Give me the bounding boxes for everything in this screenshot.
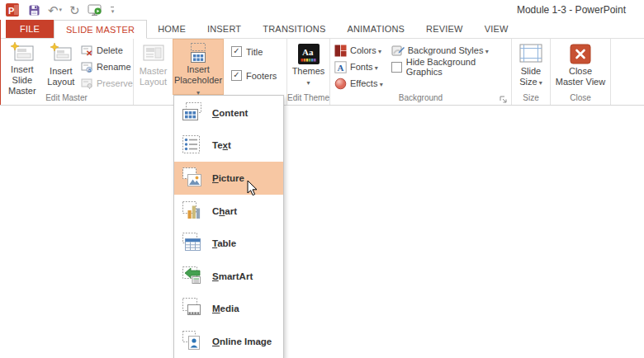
chart-icon bbox=[180, 199, 205, 224]
group-size: Slide Size Size bbox=[512, 39, 551, 105]
menu-item-content[interactable]: Content bbox=[174, 97, 283, 130]
undo-icon: ↶ bbox=[48, 4, 59, 16]
preserve-icon bbox=[81, 78, 93, 89]
group-edit-master: Insert Slide Master Insert Layout ✕ Dele… bbox=[0, 39, 134, 105]
ribbon-empty-space bbox=[611, 39, 644, 105]
menu-item-label: SmartArt bbox=[212, 271, 253, 281]
svg-text:A: A bbox=[338, 62, 344, 72]
themes-icon: Aa bbox=[297, 41, 320, 66]
customize-caret-icon: ▾ bbox=[111, 8, 115, 14]
menu-item-label: Table bbox=[212, 238, 236, 248]
group-close: Close Master View Close bbox=[551, 39, 611, 105]
undo-caret-icon: ▾ bbox=[59, 7, 63, 13]
group-label-close: Close bbox=[551, 93, 610, 105]
picture-icon bbox=[180, 166, 205, 191]
delete-button[interactable]: ✕ Delete bbox=[81, 42, 133, 59]
group-label-edit-theme: Edit Theme bbox=[287, 93, 329, 105]
customize-quick-access-button[interactable]: ▾ bbox=[111, 2, 115, 18]
menu-item-text[interactable]: Text bbox=[174, 130, 283, 163]
smartart-icon bbox=[180, 264, 205, 289]
ribbon: Insert Slide Master Insert Layout ✕ Dele… bbox=[0, 39, 644, 106]
menu-item-label: Chart bbox=[212, 206, 237, 216]
preserve-button[interactable]: Preserve bbox=[81, 75, 133, 92]
slide-master-canvas bbox=[0, 106, 644, 358]
colors-icon bbox=[334, 45, 347, 57]
title-checkbox[interactable]: ✓ Title bbox=[231, 46, 277, 57]
effects-button[interactable]: Effects bbox=[334, 75, 383, 92]
insert-layout-icon bbox=[50, 41, 73, 66]
group-edit-theme: Aa Themes Edit Theme bbox=[287, 39, 330, 105]
tab-home[interactable]: HOME bbox=[147, 20, 197, 38]
footers-checkbox[interactable]: ✓ Footers bbox=[231, 70, 277, 81]
hide-background-graphics-checkbox[interactable]: Hide Background Graphics bbox=[391, 59, 511, 75]
insert-placeholder-menu: Content Text Picture Chart Table bbox=[173, 95, 284, 358]
menu-item-online-image[interactable]: Online Image bbox=[174, 325, 283, 358]
colors-button[interactable]: Colors bbox=[334, 42, 383, 59]
footers-checkbox-box: ✓ bbox=[231, 70, 242, 81]
master-layout-icon bbox=[142, 41, 165, 66]
redo-button[interactable]: ↻ bbox=[69, 2, 80, 18]
background-dialog-launcher[interactable] bbox=[499, 93, 509, 103]
rename-icon: a bbox=[81, 62, 93, 73]
effects-icon bbox=[334, 78, 347, 90]
slide-size-button[interactable]: Slide Size bbox=[513, 39, 549, 93]
slide-size-icon bbox=[519, 41, 543, 66]
quick-access-toolbar: P ↶▾ ↻ ▾ bbox=[0, 2, 114, 18]
window-accent-border-left bbox=[0, 20, 1, 105]
rename-button[interactable]: a Rename bbox=[81, 59, 133, 75]
background-styles-icon bbox=[391, 45, 405, 57]
insert-slide-master-icon bbox=[10, 41, 35, 64]
menu-item-media[interactable]: Media bbox=[174, 293, 283, 326]
window-title: Module 1-3 - PowerPoint bbox=[517, 4, 626, 16]
menu-item-chart[interactable]: Chart bbox=[174, 195, 283, 228]
table-icon bbox=[180, 231, 205, 256]
group-background: Colors A Fonts Effects Background Styles bbox=[330, 39, 512, 105]
start-from-beginning-icon bbox=[88, 4, 103, 16]
tab-insert[interactable]: INSERT bbox=[197, 20, 252, 38]
tab-file[interactable]: FILE bbox=[6, 20, 54, 38]
title-bar: P ↶▾ ↻ ▾ Module 1-3 - PowerPoint bbox=[0, 0, 644, 20]
tab-slide-master[interactable]: SLIDE MASTER bbox=[54, 20, 147, 39]
menu-item-label: Media bbox=[212, 304, 239, 313]
svg-text:P: P bbox=[8, 6, 14, 16]
menu-item-label: Online Image bbox=[212, 337, 272, 346]
tab-view[interactable]: VIEW bbox=[474, 20, 519, 38]
insert-placeholder-icon bbox=[187, 42, 209, 64]
tab-animations[interactable]: ANIMATIONS bbox=[336, 20, 415, 38]
hide-background-graphics-box bbox=[391, 62, 402, 73]
start-from-beginning-button[interactable] bbox=[88, 2, 103, 18]
undo-button[interactable]: ↶▾ bbox=[48, 2, 62, 18]
text-icon bbox=[180, 133, 205, 158]
insert-slide-master-button[interactable]: Insert Slide Master bbox=[0, 39, 45, 93]
tab-transitions[interactable]: TRANSITIONS bbox=[252, 20, 336, 38]
menu-item-table[interactable]: Table bbox=[174, 227, 283, 260]
media-icon bbox=[180, 296, 205, 321]
close-master-view-button[interactable]: Close Master View bbox=[552, 39, 609, 93]
menu-item-smartart[interactable]: SmartArt bbox=[174, 260, 283, 293]
svg-text:a: a bbox=[88, 67, 91, 73]
powerpoint-logo-icon: P bbox=[6, 2, 21, 18]
insert-placeholder-button[interactable]: Insert Placeholder bbox=[173, 39, 224, 95]
fonts-button[interactable]: A Fonts bbox=[334, 59, 383, 75]
menu-item-label: Picture bbox=[212, 173, 244, 183]
insert-layout-button[interactable]: Insert Layout bbox=[45, 39, 78, 93]
tab-review[interactable]: REVIEW bbox=[415, 20, 474, 38]
save-button[interactable] bbox=[28, 2, 40, 18]
themes-button[interactable]: Aa Themes bbox=[290, 39, 328, 93]
powerpoint-window: P ↶▾ ↻ ▾ Module 1-3 - PowerPoint FILE SL… bbox=[0, 0, 644, 358]
background-styles-button[interactable]: Background Styles bbox=[391, 42, 511, 59]
delete-icon: ✕ bbox=[81, 45, 93, 56]
master-layout-button[interactable]: Master Layout bbox=[134, 39, 173, 93]
menu-item-picture[interactable]: Picture bbox=[174, 162, 283, 195]
ribbon-tabs: FILE SLIDE MASTER HOME INSERT TRANSITION… bbox=[0, 20, 644, 39]
menu-item-label: Content bbox=[212, 108, 248, 118]
title-checkbox-box: ✓ bbox=[231, 46, 242, 57]
fonts-icon: A bbox=[334, 61, 347, 73]
mouse-cursor bbox=[247, 180, 258, 200]
svg-text:✕: ✕ bbox=[86, 48, 92, 56]
close-master-view-icon bbox=[570, 41, 591, 66]
group-label-edit-master: Edit Master bbox=[0, 93, 133, 105]
online-image-icon bbox=[180, 329, 205, 354]
content-icon bbox=[180, 101, 205, 125]
menu-item-label: Text bbox=[212, 140, 231, 150]
